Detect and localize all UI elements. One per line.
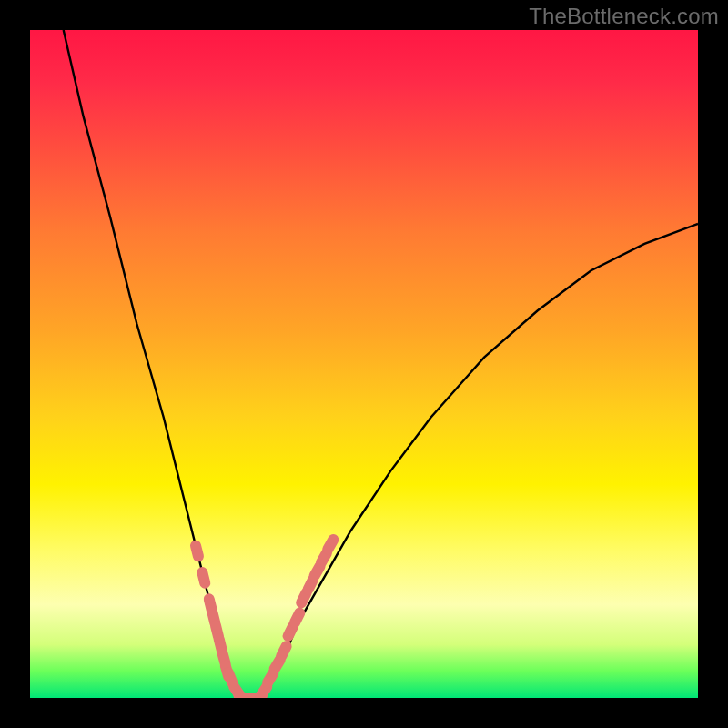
marker-pill — [231, 688, 256, 698]
marker-pill — [314, 546, 334, 571]
marker-pill — [274, 639, 293, 663]
marker-pill — [260, 666, 281, 691]
curve-markers — [189, 532, 341, 698]
marker-pill — [301, 572, 320, 597]
marker-pill — [281, 619, 300, 643]
marker-pill — [218, 659, 235, 682]
marker-pill — [288, 605, 307, 630]
marker-pill — [245, 688, 269, 698]
marker-pill — [212, 632, 228, 656]
marker-pill — [267, 652, 288, 677]
marker-pill — [216, 646, 232, 670]
marker-pill — [206, 606, 221, 630]
marker-pill — [196, 566, 211, 590]
bottleneck-curve — [64, 30, 698, 698]
marker-pill — [209, 620, 225, 643]
marker-pill — [221, 666, 239, 691]
plot-area — [30, 30, 698, 698]
marker-pill — [253, 679, 274, 698]
marker-pill — [202, 592, 217, 616]
marker-pill — [239, 693, 261, 698]
curve-svg — [30, 30, 698, 698]
watermark-text: TheBottleneck.com — [529, 4, 719, 29]
marker-pill — [189, 539, 205, 562]
chart-frame: TheBottleneck.com — [0, 0, 728, 728]
marker-pill — [307, 559, 327, 583]
marker-pill — [294, 585, 313, 610]
marker-pill — [320, 532, 340, 557]
marker-pill — [227, 679, 248, 698]
